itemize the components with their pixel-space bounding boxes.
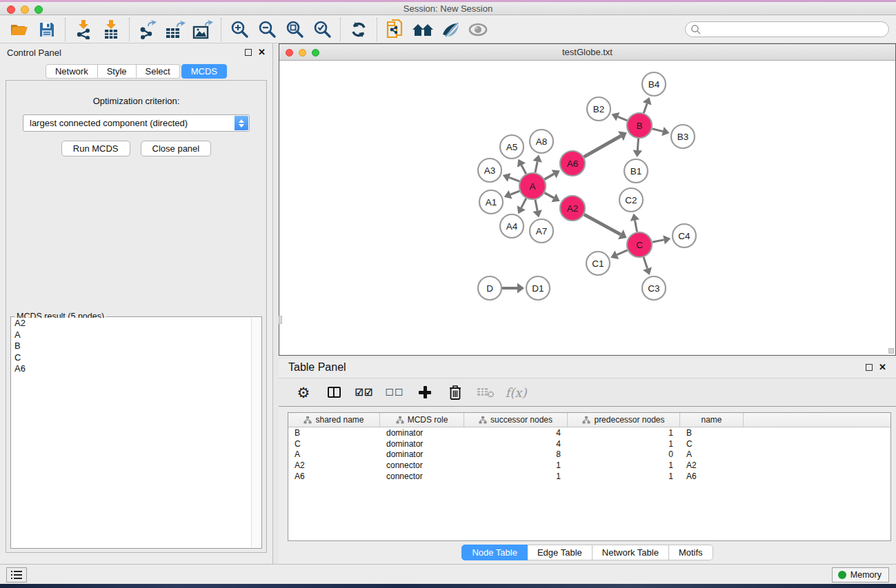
tab-node-table[interactable]: Node Table: [461, 545, 528, 560]
import-table-button[interactable]: [97, 18, 125, 41]
column-header-name[interactable]: name: [680, 413, 744, 427]
edge-A-A8[interactable]: [535, 161, 537, 172]
export-image-button[interactable]: [189, 18, 217, 41]
table-cell: 4: [464, 428, 568, 438]
open-file-icon: [10, 21, 29, 38]
tab-mcds[interactable]: MCDS: [181, 64, 227, 79]
table-cell: connector: [380, 472, 464, 481]
edge-C-C4[interactable]: [653, 240, 664, 242]
search-input[interactable]: [685, 21, 889, 37]
run-mcds-button[interactable]: Run MCDS: [61, 141, 130, 156]
edge-A-A1[interactable]: [510, 191, 519, 194]
table-settings-button[interactable]: ⚙: [294, 382, 313, 403]
deselect-all-button[interactable]: ☐☐: [385, 382, 404, 403]
home-icon: [412, 21, 434, 38]
edge-B-B4[interactable]: [644, 103, 647, 113]
memory-button[interactable]: Memory: [832, 567, 889, 582]
column-label: shared name: [315, 415, 364, 425]
table-row[interactable]: A2connector11A2: [288, 460, 890, 471]
table-row[interactable]: Cdominator41C: [288, 438, 890, 449]
select-all-button[interactable]: ☑☑: [355, 382, 374, 403]
edge-A6-B[interactable]: [584, 136, 621, 156]
delete-table-button: [476, 382, 495, 403]
table-row[interactable]: Bdominator41B: [288, 427, 890, 438]
result-item[interactable]: C: [12, 352, 251, 364]
export-network-button[interactable]: [134, 18, 161, 41]
column-label: successor nodes: [490, 415, 552, 425]
save-session-button[interactable]: [33, 18, 61, 41]
column-header-MCDS-role[interactable]: MCDS role: [380, 413, 464, 427]
minimize-window-button[interactable]: [21, 6, 29, 14]
delete-column-button[interactable]: [446, 382, 465, 403]
close-panel-icon[interactable]: ✕: [258, 49, 266, 56]
zoom-out-button[interactable]: [253, 18, 281, 41]
network-canvas[interactable]: B4B2BB3A5A8A6A3B1AA1C2A2A4A7C4CC1C3DD1: [279, 61, 895, 355]
window-resize-grip[interactable]: [888, 348, 894, 354]
import-network-button[interactable]: [70, 18, 97, 41]
tab-motifs[interactable]: Motifs: [669, 545, 713, 560]
network-close-button[interactable]: [286, 49, 293, 57]
table-row[interactable]: Adominator80A: [288, 449, 890, 460]
network-maximize-button[interactable]: [312, 49, 319, 57]
result-item[interactable]: A: [12, 330, 251, 341]
column-header-shared-name[interactable]: shared name: [288, 413, 380, 427]
arrowhead-icon: [633, 150, 642, 157]
network-window-controls: [286, 49, 319, 57]
edge-B-B2[interactable]: [618, 116, 628, 121]
desktop-background-bottom: [0, 584, 896, 588]
tab-edge-table[interactable]: Edge Table: [528, 545, 593, 560]
maximize-window-button[interactable]: [34, 6, 43, 14]
task-history-button[interactable]: [6, 567, 27, 582]
column-header-successor-nodes[interactable]: successor nodes: [464, 413, 568, 427]
table-cell: B: [680, 428, 744, 438]
edge-C-C1[interactable]: [617, 250, 627, 255]
table-cell: dominator: [380, 449, 464, 459]
trash-icon: [449, 385, 461, 400]
result-item[interactable]: B: [12, 341, 251, 352]
criterion-dropdown[interactable]: largest connected component (directed): [23, 114, 250, 132]
table-row[interactable]: A6connector11A6: [288, 471, 890, 482]
result-item[interactable]: A2: [12, 318, 251, 330]
close-window-button[interactable]: [7, 6, 15, 14]
edge-A-A3[interactable]: [509, 177, 519, 181]
edge-A-A2[interactable]: [545, 193, 554, 198]
float-table-panel-icon[interactable]: [866, 364, 873, 371]
edge-A-A6[interactable]: [544, 174, 554, 179]
refresh-button[interactable]: [345, 18, 372, 41]
open-file-button[interactable]: [6, 18, 33, 41]
zoom-in-icon: [230, 20, 249, 39]
edge-A-A7[interactable]: [535, 200, 537, 211]
edge-A2-C[interactable]: [584, 214, 621, 234]
table-panel: Table Panel ✕ ⚙ ☑☑ ☐☐: [279, 358, 896, 564]
edge-B-B1[interactable]: [637, 139, 638, 150]
edge-C-C3[interactable]: [644, 257, 648, 269]
window-controls: [7, 6, 43, 14]
clone-network-button[interactable]: [381, 18, 409, 41]
edge-C-C2[interactable]: [635, 221, 637, 232]
result-item[interactable]: A6: [12, 363, 251, 375]
table-cell: A6: [680, 472, 744, 481]
show-hide-eye-button[interactable]: [464, 18, 492, 41]
show-columns-button[interactable]: [324, 382, 344, 403]
network-minimize-button[interactable]: [299, 49, 306, 57]
zoom-selected-button[interactable]: [308, 18, 336, 41]
edge-A-A4[interactable]: [521, 199, 526, 208]
add-column-button[interactable]: [415, 382, 435, 403]
result-scrollbar[interactable]: [251, 318, 261, 547]
hide-graphics-button[interactable]: [437, 18, 464, 41]
tab-select[interactable]: Select: [137, 64, 180, 79]
float-panel-icon[interactable]: [245, 49, 252, 56]
column-header-predecessor-nodes[interactable]: predecessor nodes: [568, 413, 680, 427]
close-panel-button[interactable]: Close panel: [141, 141, 212, 156]
zoom-in-button[interactable]: [226, 18, 253, 41]
export-table-button[interactable]: [161, 18, 189, 41]
edge-B-B3[interactable]: [652, 129, 663, 132]
edge-A-A5[interactable]: [521, 165, 526, 174]
home-button[interactable]: [409, 18, 437, 41]
tab-style[interactable]: Style: [98, 64, 137, 79]
table-cell: B: [288, 428, 380, 438]
tab-network[interactable]: Network: [46, 64, 98, 79]
zoom-fit-button[interactable]: [281, 18, 308, 41]
tab-network-table[interactable]: Network Table: [593, 545, 669, 560]
close-table-panel-icon[interactable]: ✕: [879, 364, 886, 371]
